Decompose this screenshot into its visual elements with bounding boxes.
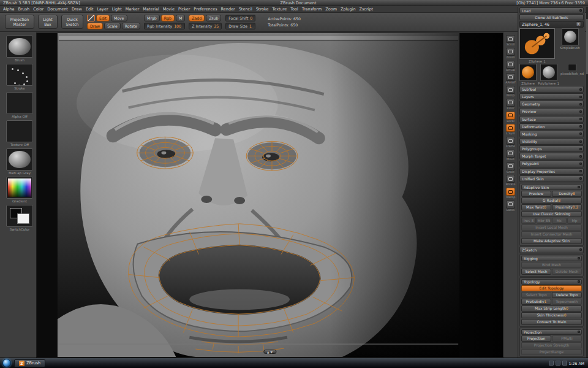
aahalf-button[interactable]: AAHalf [505,73,515,85]
menu-transform[interactable]: Transform [302,7,322,12]
brush-thumbnail[interactable] [6,36,33,58]
menu-zoom[interactable]: Zoom [325,7,337,12]
menu-document[interactable]: Document [47,7,68,12]
project-range-slider[interactable]: ProjectRange [521,349,582,355]
presubdiv-slider[interactable]: PreSubdiv1 [521,299,551,305]
max-strip-length-slider[interactable]: Max Strip Length0 [521,305,582,312]
insert-local-mesh-button[interactable]: Insert Local Mesh [521,224,582,231]
quick-sketch-button[interactable]: Quick Sketch [61,15,83,29]
extra-tool-thumbnail[interactable] [568,64,576,71]
current-texture-slot[interactable]: Texture Off [4,120,36,147]
ires-slider[interactable]: Ires 8 [521,218,536,224]
mrgb-button[interactable]: Mrgb [144,15,160,21]
z-intensity-slider[interactable]: Z Intensity 25 [189,23,222,29]
current-alpha-slot[interactable]: Alpha Off [4,92,36,118]
menu-alpha[interactable]: Alpha [3,7,14,12]
load-tool-button[interactable]: Load [519,7,584,13]
tray-volume-icon[interactable] [556,361,560,366]
menu-light[interactable]: Light [112,7,122,12]
section-unified-skin[interactable]: Unified Skin [519,175,584,182]
rgb-button[interactable]: Rgb [161,15,175,21]
current-stroke-slot[interactable]: Stroke [4,64,36,90]
menu-stroke[interactable]: Stroke [256,7,269,12]
tray-notification-icon[interactable] [562,361,567,366]
clock[interactable]: 1:26 AM [569,361,584,366]
density-slider[interactable]: Density8 [552,191,582,197]
texture-thumbnail[interactable] [6,120,33,142]
section-morph-target[interactable]: Morph Target [519,153,584,159]
menu-zscript[interactable]: Zscript [360,7,374,12]
draw-size-slider[interactable]: Draw Size 1 [225,23,255,29]
convert-to-main-button[interactable]: Convert To Main [521,319,582,325]
zsub-button[interactable]: Zsub [206,15,221,21]
move-view-button[interactable]: Move [506,150,515,161]
zoom-button[interactable]: Zoom [506,48,515,59]
simplebrush-thumbnail[interactable] [562,28,579,45]
menu-material[interactable]: Material [143,7,159,12]
alpha-thumbnail[interactable] [6,92,33,114]
section-display-properties[interactable]: Display Properties [519,168,584,175]
mbr-slider[interactable]: Mbr 85 [537,218,551,224]
start-button[interactable] [2,359,11,367]
edit-mode-button[interactable]: Edit [96,15,110,21]
menu-layer[interactable]: Layer [97,7,108,12]
menu-stencil[interactable]: Stencil [239,7,252,12]
mp-button[interactable]: Mp [567,218,582,224]
rigging-header[interactable]: Rigging [521,256,582,261]
section-polygroups[interactable]: Polygroups [519,145,584,152]
section-surface[interactable]: Surface [519,116,584,123]
topology-header[interactable]: Topology [521,279,582,285]
section-masking[interactable]: Masking [519,131,584,137]
restore-button[interactable]: R [576,21,581,27]
menu-picker[interactable]: Picker [178,7,190,12]
menu-color[interactable]: Color [33,7,43,12]
local-button[interactable]: Local [506,112,515,123]
polysphere-thumbnail[interactable] [540,64,557,81]
section-geometry[interactable]: Geometry [519,101,584,107]
switch-color-thumbnail[interactable] [6,205,33,227]
persp-button[interactable]: Persp [506,86,515,98]
menu-brush[interactable]: Brush [18,7,29,12]
menu-tool[interactable]: Tool [290,7,298,12]
section-subtool[interactable]: SubTool [519,86,584,93]
color-gradient-slot[interactable]: Gradient [4,177,36,203]
proximity-slider[interactable]: Proximity0.2 [552,204,582,210]
pmulti-button[interactable]: PMulti [552,335,582,342]
insert-connector-mesh-button[interactable]: Insert Connector Mesh [521,231,582,237]
secondary-color-swatch[interactable] [17,213,29,224]
select-mesh-button[interactable]: Select Mesh [521,269,551,275]
draw-mode-button[interactable]: Draw [87,23,103,29]
section-zsketch[interactable]: ZSketch [519,247,584,253]
stroke-thumbnail[interactable] [6,64,33,86]
lsym-button[interactable]: L.Sym [506,124,515,136]
material-thumbnail[interactable] [6,148,33,171]
focal-shift-slider[interactable]: Focal Shift 0 [225,15,255,21]
m-button[interactable]: M [176,15,185,21]
taskbar-zbrush-button[interactable]: Z ZBrush [14,359,45,367]
light-box-button[interactable]: Light Box [38,15,58,29]
zsphere-tool-thumbnail[interactable] [519,64,537,81]
menu-marker[interactable]: Marker [126,7,139,12]
section-polypaint[interactable]: Polypaint [519,160,584,167]
menu-edit[interactable]: Edit [86,7,94,12]
delete-mesh-button[interactable]: Delete Mesh [552,269,582,275]
adaptive-preview-button[interactable]: Preview [521,191,551,197]
active-tool-thumbnail[interactable] [519,28,555,59]
select-topo-button[interactable]: Select Topo [521,292,551,298]
scale-view-button[interactable]: Scale [506,163,515,174]
switch-color-slot[interactable]: SwitchColor [4,205,36,231]
toposmooth-button[interactable]: Toposmooth [552,299,582,305]
rotate-mode-button[interactable]: Rotate [122,23,140,29]
menu-texture[interactable]: Texture [272,7,287,12]
gradient-picker[interactable] [6,177,33,199]
zadd-button[interactable]: Zadd [189,15,205,21]
sculpt-viewport[interactable]: ▲ ▼ [36,33,503,358]
adaptive-skin-header[interactable]: Adaptive Skin [521,185,582,190]
section-deformation[interactable]: Deformation [519,123,584,130]
projection-master-button[interactable]: Projection Master [5,15,34,29]
edit-topology-button[interactable]: Edit Topology [521,285,582,291]
tray-network-icon[interactable] [549,361,554,366]
use-classic-skinning-button[interactable]: Use Classic Skinning [521,211,582,217]
current-brush-slot[interactable]: Brush [4,36,36,62]
make-adaptive-skin-button[interactable]: Make Adaptive Skin [521,238,582,244]
